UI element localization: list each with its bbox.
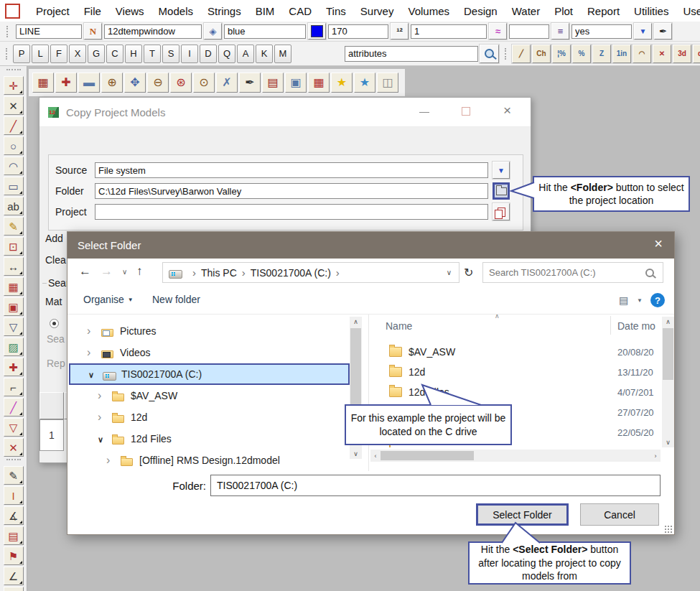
menu-item[interactable]: Water: [505, 5, 547, 17]
search-icon[interactable]: [645, 269, 654, 277]
snap-letter-button[interactable]: S: [162, 45, 179, 63]
snap-letter-button[interactable]: K: [256, 45, 273, 63]
tree-item[interactable]: Pictures: [69, 320, 350, 342]
shield-icon[interactable]: ▽: [4, 418, 24, 437]
toolbar-drag-handle[interactable]: [6, 48, 11, 60]
name-button[interactable]: N: [84, 23, 102, 39]
zoom-dynamic-icon[interactable]: ⊕: [101, 73, 123, 93]
history-chevron-icon[interactable]: ∨: [122, 268, 127, 276]
menu-item[interactable]: Survey: [353, 5, 401, 17]
pan-icon[interactable]: ✥: [124, 73, 146, 93]
search-input[interactable]: [345, 46, 478, 62]
snap-line-icon[interactable]: ⌐: [4, 378, 24, 396]
cancel-button[interactable]: Cancel: [580, 503, 659, 526]
section-flag-icon[interactable]: ⚑: [4, 546, 24, 565]
scrollbar-thumb[interactable]: [663, 328, 673, 380]
grid-corner-cell[interactable]: [39, 392, 64, 419]
menu-item[interactable]: Views: [108, 5, 151, 17]
tree-chevron-icon[interactable]: [88, 368, 103, 380]
tree-item[interactable]: 12d Files: [69, 428, 350, 450]
create-symbol-icon[interactable]: ⊡: [4, 237, 24, 256]
menu-item[interactable]: Design: [457, 5, 505, 17]
create-line-icon[interactable]: ╱: [4, 116, 24, 135]
up-icon[interactable]: ↑: [136, 264, 143, 279]
grid-icon[interactable]: ▦: [4, 587, 24, 591]
model-input[interactable]: [104, 24, 202, 39]
table-icon[interactable]: ▦: [4, 277, 24, 296]
measure-3d-icon[interactable]: 3d: [673, 45, 691, 63]
tree-item[interactable]: TIS0021700A (C:): [69, 363, 350, 385]
maximize-icon[interactable]: [462, 107, 470, 116]
help-icon[interactable]: ?: [650, 293, 665, 307]
menu-item[interactable]: User: [676, 5, 700, 17]
measure-dz-icon[interactable]: dZ: [693, 45, 700, 63]
visible-input[interactable]: [571, 24, 632, 39]
favourites-star-icon[interactable]: ★: [331, 73, 353, 93]
create-circle-icon[interactable]: ○: [4, 136, 24, 155]
project-input[interactable]: [95, 204, 488, 220]
measure-distance-icon[interactable]: ↔: [4, 257, 24, 276]
scroll-down-icon[interactable]: ∨: [350, 450, 362, 457]
snap-letter-button[interactable]: I: [181, 45, 198, 63]
functions-star-icon[interactable]: ★: [354, 73, 375, 93]
toolbar-drag-handle[interactable]: [6, 459, 21, 464]
create-arc-icon[interactable]: ◠: [4, 157, 24, 175]
folder-name-input[interactable]: [210, 475, 661, 496]
scrollbar-thumb[interactable]: [381, 451, 474, 460]
scroll-up-icon[interactable]: ∧: [662, 318, 674, 325]
dialog-titlebar[interactable]: Copy Project Models ×: [39, 98, 531, 127]
menu-item[interactable]: Models: [151, 5, 200, 17]
search-radio[interactable]: [50, 319, 59, 328]
folder-input[interactable]: [95, 183, 488, 199]
dialog-titlebar[interactable]: Select Folder ×: [67, 232, 674, 259]
lines-icon[interactable]: ≡: [551, 23, 569, 39]
forward-icon[interactable]: →: [101, 264, 113, 279]
tree-chevron-icon[interactable]: [98, 389, 112, 402]
scroll-up-icon[interactable]: ∧: [350, 318, 362, 325]
create-point-icon[interactable]: ✛: [4, 76, 24, 95]
measure-xy-icon[interactable]: ✕: [653, 45, 671, 63]
window-layout-icon[interactable]: ◫: [377, 73, 398, 93]
tree-chevron-icon[interactable]: [106, 454, 121, 467]
colour-swatch-button[interactable]: [308, 23, 326, 39]
freehand-icon[interactable]: ✎: [4, 466, 24, 485]
tree-chevron-icon[interactable]: [98, 411, 112, 424]
scroll-right-icon[interactable]: ›: [652, 452, 659, 460]
back-icon[interactable]: ←: [79, 264, 91, 279]
address-bar[interactable]: ›This PC›TIS0021700A (C:) › ∨: [162, 262, 459, 283]
snap-letter-button[interactable]: T: [144, 45, 161, 63]
edit-document-icon[interactable]: ▤: [4, 526, 24, 545]
weight-input[interactable]: [328, 24, 388, 39]
name-column-header[interactable]: Name: [386, 320, 412, 332]
colour-input[interactable]: [224, 24, 306, 39]
horizontal-scrollbar[interactable]: ‹ ›: [370, 450, 661, 462]
source-dropdown-icon[interactable]: ▼: [493, 162, 510, 179]
new-window-icon[interactable]: ▣: [4, 297, 24, 316]
measure-grade-icon[interactable]: %: [572, 45, 591, 63]
snap-letter-button[interactable]: A: [237, 45, 254, 63]
snap-letter-button[interactable]: F: [50, 45, 67, 63]
menu-item[interactable]: Utilities: [627, 5, 676, 17]
snap-letter-button[interactable]: X: [69, 45, 86, 63]
create-rectangle-icon[interactable]: ▭: [4, 177, 24, 195]
scroll-left-icon[interactable]: ‹: [372, 452, 379, 460]
models-grid-icon[interactable]: ▦: [308, 73, 330, 93]
edit-pencil-icon[interactable]: ✎: [4, 217, 24, 236]
tree-chevron-icon[interactable]: [87, 325, 101, 338]
measure-grade-line-icon[interactable]: ¦%: [552, 45, 571, 63]
tree-item[interactable]: Videos: [69, 342, 350, 363]
tree-chevron-icon[interactable]: [98, 433, 112, 445]
brush-icon[interactable]: ✒: [239, 73, 261, 93]
menu-item[interactable]: File: [77, 5, 108, 17]
address-dropdown-icon[interactable]: ∨: [447, 269, 459, 276]
snap-letter-button[interactable]: M: [274, 45, 291, 63]
snap-letter-button[interactable]: L: [32, 45, 49, 63]
source-input[interactable]: [95, 162, 488, 178]
menu-item[interactable]: Report: [580, 5, 627, 17]
redraw-icon[interactable]: ▦: [32, 73, 54, 93]
menu-item[interactable]: CAD: [281, 5, 319, 17]
12d-app-icon[interactable]: [5, 4, 20, 19]
pipette-icon[interactable]: ✒: [654, 23, 672, 39]
view-minus-icon[interactable]: ▬: [78, 73, 100, 93]
zoom-scale-icon[interactable]: ⊖: [147, 73, 169, 93]
